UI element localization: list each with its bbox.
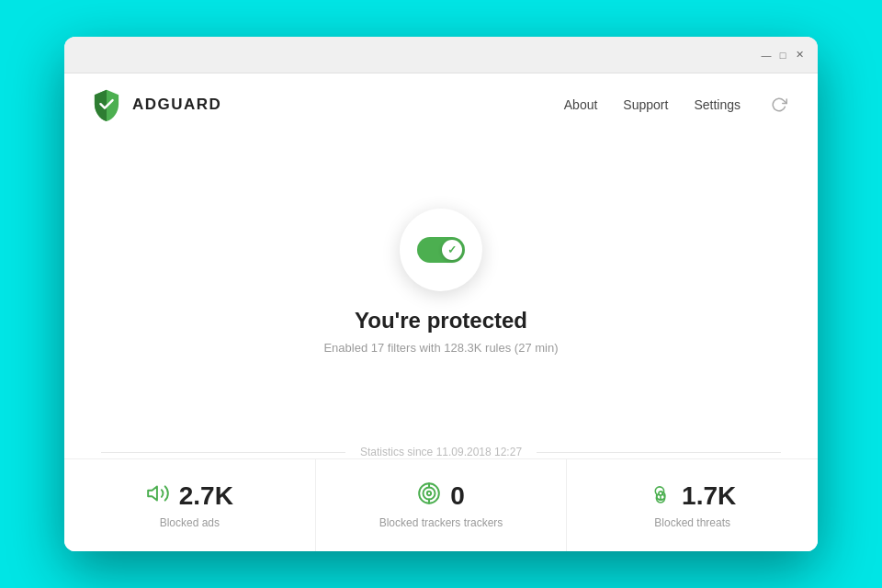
toggle-container: ✓ — [400, 209, 482, 291]
stat-threats-row: 1.7K — [649, 481, 736, 511]
logo-area: ADGUARD — [90, 88, 221, 121]
hero-section: ✓ You're protected Enabled 17 filters wi… — [64, 136, 818, 446]
nav-support[interactable]: Support — [623, 97, 668, 112]
refresh-icon — [771, 96, 787, 113]
stats-divider: Statistics since 11.09.2018 12:27 — [64, 446, 818, 458]
toggle-circle: ✓ — [400, 209, 482, 291]
toggle-thumb: ✓ — [442, 240, 462, 260]
minimize-button[interactable]: — — [759, 48, 774, 62]
stat-ads-row: 2.7K — [146, 481, 233, 511]
nav-settings[interactable]: Settings — [694, 97, 741, 112]
logo-shield-icon — [90, 88, 123, 121]
svg-marker-0 — [148, 486, 157, 500]
blocked-ads-value: 2.7K — [179, 481, 233, 511]
stat-blocked-ads: 2.7K Blocked ads — [64, 459, 316, 551]
biohazard-icon — [649, 481, 673, 511]
blocked-threats-value: 1.7K — [682, 481, 736, 511]
header: ADGUARD About Support Settings — [64, 74, 818, 136]
app-window: — □ ✕ ADGUARD — [64, 37, 818, 551]
stat-blocked-threats: 1.7K Blocked threats — [567, 459, 818, 551]
main-content: ADGUARD About Support Settings — [64, 74, 818, 551]
blocked-threats-label: Blocked threats — [654, 516, 730, 529]
blocked-trackers-label: Blocked trackers trackers — [379, 516, 503, 529]
protection-status-subtitle: Enabled 17 filters with 128.3K rules (27… — [323, 341, 558, 355]
titlebar: — □ ✕ — [64, 37, 818, 74]
logo-text: ADGUARD — [132, 96, 221, 114]
svg-point-3 — [427, 492, 431, 495]
window-container: — □ ✕ ADGUARD — [64, 37, 818, 551]
protection-status-title: You're protected — [355, 308, 527, 334]
stat-trackers-row: 0 — [417, 481, 465, 511]
target-icon — [417, 481, 441, 511]
svg-point-2 — [424, 488, 435, 500]
protection-toggle[interactable]: ✓ — [417, 237, 465, 263]
navigation: About Support Settings — [564, 92, 792, 118]
close-button[interactable]: ✕ — [792, 48, 807, 62]
refresh-button[interactable] — [766, 92, 792, 118]
divider-line-right — [537, 452, 781, 453]
stats-section: 2.7K Blocked ads — [64, 458, 818, 551]
megaphone-icon — [146, 481, 170, 511]
stats-since-label: Statistics since 11.09.2018 12:27 — [345, 446, 537, 458]
nav-about[interactable]: About — [564, 97, 598, 112]
blocked-trackers-value: 0 — [450, 481, 465, 511]
stat-blocked-trackers: 0 Blocked trackers trackers — [316, 459, 568, 551]
blocked-ads-label: Blocked ads — [160, 516, 220, 529]
divider-line-left — [101, 452, 345, 453]
maximize-button[interactable]: □ — [775, 48, 790, 62]
check-icon: ✓ — [447, 243, 457, 256]
